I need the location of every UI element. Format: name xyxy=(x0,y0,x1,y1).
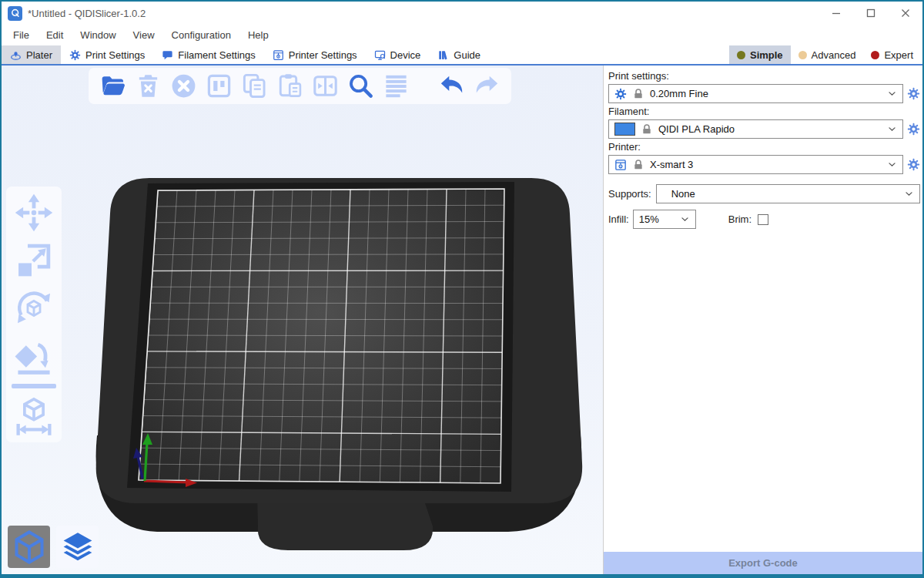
app-logo-icon xyxy=(8,6,22,21)
printer-label: Printer: xyxy=(608,141,920,153)
menu-file[interactable]: File xyxy=(5,25,38,45)
view-mode-toggle xyxy=(8,526,99,568)
tab-plater[interactable]: Plater xyxy=(2,45,61,64)
print-settings-value: 0.20mm Fine xyxy=(650,88,882,99)
infill-combo[interactable]: 15% xyxy=(633,210,696,229)
layer-height-button[interactable] xyxy=(383,72,410,99)
printer-combo[interactable]: X-smart 3 xyxy=(608,155,903,174)
menu-edit[interactable]: Edit xyxy=(38,25,72,45)
filament-combo[interactable]: QIDI PLA Rapido xyxy=(608,119,903,139)
printer-value: X-smart 3 xyxy=(650,159,882,170)
rotate-tool-button[interactable] xyxy=(14,288,54,328)
object-manipulation-toolbar xyxy=(6,187,62,442)
gear-icon xyxy=(614,88,627,100)
lock-icon xyxy=(632,159,644,171)
tab-device[interactable]: Device xyxy=(366,45,430,64)
simple-dot-icon xyxy=(737,51,745,59)
supports-value: None xyxy=(662,188,899,200)
print-bed xyxy=(2,66,603,574)
chevron-down-icon xyxy=(680,214,690,224)
infill-value: 15% xyxy=(639,213,675,225)
filament-label: Filament: xyxy=(608,106,920,117)
3d-viewport[interactable] xyxy=(2,66,603,574)
menu-help[interactable]: Help xyxy=(239,25,277,45)
chevron-down-icon xyxy=(887,89,897,99)
advanced-dot-icon xyxy=(798,51,807,59)
undo-button[interactable] xyxy=(438,72,465,99)
mode-expert[interactable]: Expert xyxy=(863,45,921,64)
tab-print-settings[interactable]: Print Settings xyxy=(61,45,153,64)
maximize-button[interactable] xyxy=(853,2,888,25)
place-on-face-tool-button[interactable] xyxy=(14,336,54,376)
menu-bar: File Edit Window View Configuration Help xyxy=(2,25,922,45)
supports-label: Supports: xyxy=(608,188,651,200)
filament-color-swatch xyxy=(614,123,635,136)
arrange-button[interactable] xyxy=(206,72,233,99)
editor-3d-view-button[interactable] xyxy=(8,526,50,568)
settings-sidebar: Print settings: 0.20mm Fine Filament: xyxy=(603,66,922,574)
delete-button[interactable] xyxy=(135,72,162,99)
print-settings-gear-button[interactable] xyxy=(907,87,920,100)
filament-icon xyxy=(162,49,173,61)
expert-dot-icon xyxy=(871,51,879,59)
menu-view[interactable]: View xyxy=(125,25,163,45)
lock-icon xyxy=(632,88,644,100)
mode-simple[interactable]: Simple xyxy=(729,45,791,64)
delete-all-button[interactable] xyxy=(170,72,197,99)
close-button[interactable] xyxy=(888,2,922,25)
printer-icon xyxy=(273,49,284,61)
move-tool-button[interactable] xyxy=(14,193,54,233)
copy-button[interactable] xyxy=(241,72,268,99)
search-button[interactable] xyxy=(347,72,374,99)
guide-icon xyxy=(437,49,449,61)
tab-bar: Plater Print Settings Filament Settings … xyxy=(2,45,922,66)
device-icon xyxy=(374,49,386,61)
export-gcode-button[interactable]: Export G-code xyxy=(604,552,922,574)
menu-configuration[interactable]: Configuration xyxy=(163,25,239,45)
chevron-down-icon xyxy=(904,189,914,199)
measure-tool-button[interactable] xyxy=(14,396,54,436)
menu-window[interactable]: Window xyxy=(72,25,124,45)
plater-icon xyxy=(10,49,22,61)
filament-gear-button[interactable] xyxy=(907,123,920,136)
tab-filament-settings[interactable]: Filament Settings xyxy=(153,45,263,64)
print-settings-combo[interactable]: 0.20mm Fine xyxy=(608,84,903,103)
supports-combo[interactable]: None xyxy=(656,184,920,203)
paste-button[interactable] xyxy=(276,72,303,99)
printer-icon xyxy=(614,159,627,171)
brim-label: Brim: xyxy=(728,213,752,225)
app-window: *Untitled - QIDISlicer-1.0.2 File Edit W… xyxy=(0,0,924,578)
chevron-down-icon xyxy=(887,124,897,134)
scale-tool-button[interactable] xyxy=(14,240,54,281)
printer-gear-button[interactable] xyxy=(907,158,920,171)
split-button[interactable] xyxy=(312,72,339,99)
mode-advanced[interactable]: Advanced xyxy=(791,45,864,64)
brim-checkbox[interactable] xyxy=(758,214,768,225)
tab-printer-settings[interactable]: Printer Settings xyxy=(264,45,366,64)
preview-layers-view-button[interactable] xyxy=(56,526,99,568)
open-button[interactable] xyxy=(99,72,126,99)
gear-icon xyxy=(69,49,81,61)
title-bar: *Untitled - QIDISlicer-1.0.2 xyxy=(2,2,922,25)
redo-button[interactable] xyxy=(474,72,500,99)
window-title: *Untitled - QIDISlicer-1.0.2 xyxy=(28,8,146,19)
tab-guide[interactable]: Guide xyxy=(429,45,489,64)
minimize-button[interactable] xyxy=(819,2,853,25)
chevron-down-icon xyxy=(887,160,897,170)
print-settings-label: Print settings: xyxy=(608,70,920,82)
viewport-toolbar xyxy=(89,68,511,104)
lock-icon xyxy=(641,123,653,136)
filament-value: QIDI PLA Rapido xyxy=(658,123,882,135)
toolbar-separator xyxy=(12,384,56,388)
infill-label: Infill: xyxy=(608,213,629,225)
